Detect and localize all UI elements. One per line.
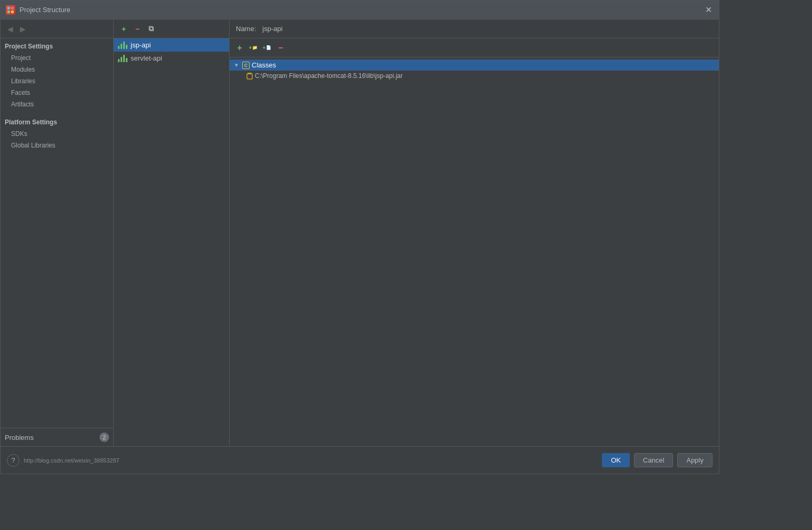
nav-item-global-libraries[interactable]: Global Libraries (1, 140, 113, 151)
add-jar-button[interactable]: + 📄 (261, 42, 273, 54)
content-tree: ▼ C Classes C:\Program Files\apache-tomc… (230, 57, 719, 446)
app-icon (6, 5, 15, 15)
bottom-bar-left: ? http://blog.csdn.net/weixin_38853287 (7, 454, 120, 467)
cancel-button[interactable]: Cancel (634, 453, 673, 467)
apply-button[interactable]: Apply (677, 453, 712, 467)
library-icon-servlet (118, 55, 127, 62)
nav-item-sdks[interactable]: SDKs (1, 128, 113, 140)
bottom-bar: ? http://blog.csdn.net/weixin_38853287 O… (1, 446, 719, 474)
add-library-button[interactable]: + (118, 23, 130, 35)
svg-rect-3 (11, 11, 14, 13)
forward-button[interactable]: ▶ (17, 24, 28, 34)
library-item-servlet-api[interactable]: servlet-api (114, 52, 229, 65)
library-label-servlet-api: servlet-api (131, 54, 162, 62)
nav-item-facets[interactable]: Facets (1, 87, 113, 99)
problems-section[interactable]: Problems 2 (1, 428, 113, 446)
nav-item-libraries[interactable]: Libraries (1, 75, 113, 87)
ok-button[interactable]: OK (602, 453, 630, 467)
title-bar: Project Structure ✕ (1, 1, 719, 19)
nav-toolbar: ◀ ▶ (1, 19, 113, 38)
watermark-text: http://blog.csdn.net/weixin_38853287 (24, 457, 120, 464)
back-button[interactable]: ◀ (5, 24, 15, 34)
classes-row[interactable]: ▼ C Classes (230, 60, 719, 71)
project-settings-header: Project Settings (1, 38, 113, 52)
title-bar-left: Project Structure (6, 5, 71, 15)
jar-path: C:\Program Files\apache-tomcat-8.5.16\li… (255, 72, 403, 80)
middle-toolbar: + − ⧉ (114, 19, 229, 38)
dialog-title: Project Structure (19, 6, 71, 14)
nav-item-modules[interactable]: Modules (1, 64, 113, 75)
remove-content-button[interactable]: − (275, 42, 286, 54)
library-label-jsp-api: jsp-api (131, 41, 151, 49)
main-content: ◀ ▶ Project Settings Project Modules Lib… (1, 19, 719, 446)
name-label: Name: (236, 25, 256, 33)
svg-rect-2 (7, 11, 10, 13)
help-button[interactable]: ? (7, 454, 19, 467)
jar-icon (246, 72, 253, 80)
project-structure-dialog: Project Structure ✕ ◀ ▶ Project Settings… (0, 0, 719, 474)
nav-item-project[interactable]: Project (1, 52, 113, 64)
remove-library-button[interactable]: − (132, 23, 143, 35)
platform-settings-header: Platform Settings (1, 114, 113, 128)
problems-label: Problems (5, 434, 34, 441)
content-toolbar: + + 📁 + 📄 − (230, 38, 719, 57)
nav-item-artifacts[interactable]: Artifacts (1, 99, 113, 110)
classes-label: Classes (252, 61, 276, 69)
library-item-jsp-api[interactable]: jsp-api (114, 38, 229, 52)
svg-rect-4 (247, 74, 252, 79)
copy-library-button[interactable]: ⧉ (145, 23, 157, 35)
close-button[interactable]: ✕ (703, 5, 714, 15)
problems-badge: 2 (100, 433, 109, 442)
classes-icon: C (242, 62, 250, 69)
jar-row[interactable]: C:\Program Files\apache-tomcat-8.5.16\li… (230, 71, 719, 81)
name-bar: Name: (230, 19, 719, 38)
middle-panel: + − ⧉ jsp-api servlet-api (114, 19, 230, 446)
svg-rect-1 (11, 7, 14, 9)
library-icon (118, 42, 127, 49)
right-panel: Name: + + 📁 + 📄 − (230, 19, 719, 446)
name-input[interactable] (260, 24, 712, 34)
add-classes-button[interactable]: + 📁 (247, 42, 259, 54)
add-content-button[interactable]: + (234, 42, 245, 54)
expand-arrow: ▼ (234, 62, 240, 68)
svg-rect-0 (7, 7, 10, 9)
left-panel: ◀ ▶ Project Settings Project Modules Lib… (1, 19, 114, 446)
svg-rect-5 (247, 73, 252, 74)
